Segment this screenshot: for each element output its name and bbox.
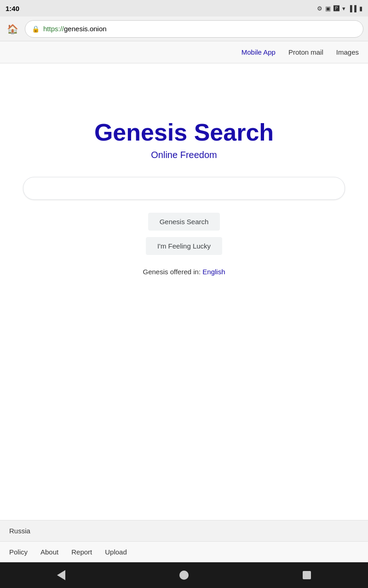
url-text: https://genesis.onion [43, 25, 107, 33]
back-button[interactable] [52, 566, 70, 584]
search-input[interactable] [23, 177, 345, 200]
footer-policy-link[interactable]: Policy [9, 548, 28, 556]
site-tagline: Online Freedom [151, 150, 217, 160]
footer-about-link[interactable]: About [40, 548, 58, 556]
buttons-row: Genesis Search I'm Feeling Lucky [146, 213, 222, 255]
browser-chrome: 🏠 🔒 https://genesis.onion [0, 17, 368, 41]
offered-in-text: Genesis offered in: English [143, 268, 225, 276]
footer-links: Policy About Report Upload [0, 541, 368, 562]
feeling-lucky-button[interactable]: I'm Feeling Lucky [146, 237, 222, 255]
nav-bar: Mobile App Proton mail Images [0, 41, 368, 63]
status-icons: ⚙ ▣ 🅿 ▾ ▐▐ ▮ [317, 5, 362, 12]
signal-icon: ▐▐ [348, 5, 356, 12]
home-nav-button[interactable] [175, 566, 193, 584]
recents-icon [303, 571, 311, 579]
nav-mobile-app[interactable]: Mobile App [242, 48, 276, 56]
recents-button[interactable] [298, 566, 316, 584]
nav-proton-mail[interactable]: Proton mail [288, 48, 323, 56]
parking-icon: 🅿 [334, 5, 339, 12]
bottom-nav [0, 562, 368, 588]
footer-upload-link[interactable]: Upload [105, 548, 127, 556]
status-bar: 1:40 ⚙ ▣ 🅿 ▾ ▐▐ ▮ [0, 0, 368, 17]
home-button[interactable]: 🏠 [5, 21, 20, 37]
footer-region: Russia Policy About Report Upload [0, 520, 368, 562]
wifi-icon: ▾ [342, 5, 345, 12]
battery-icon: ▮ [359, 5, 362, 12]
site-title: Genesis Search [94, 119, 274, 146]
home-nav-icon [179, 571, 189, 580]
genesis-search-button[interactable]: Genesis Search [148, 213, 220, 231]
nav-images[interactable]: Images [336, 48, 359, 56]
back-icon [57, 570, 65, 580]
status-time: 1:40 [6, 5, 19, 12]
offered-language-link[interactable]: English [202, 268, 225, 276]
settings-icon: ⚙ [317, 5, 322, 12]
lock-icon: 🔒 [32, 25, 40, 33]
footer-report-link[interactable]: Report [71, 548, 92, 556]
main-content: Genesis Search Online Freedom Genesis Se… [0, 63, 368, 520]
address-bar[interactable]: 🔒 https://genesis.onion [25, 20, 363, 38]
footer-country: Russia [0, 520, 368, 541]
sim-icon: ▣ [325, 5, 331, 12]
